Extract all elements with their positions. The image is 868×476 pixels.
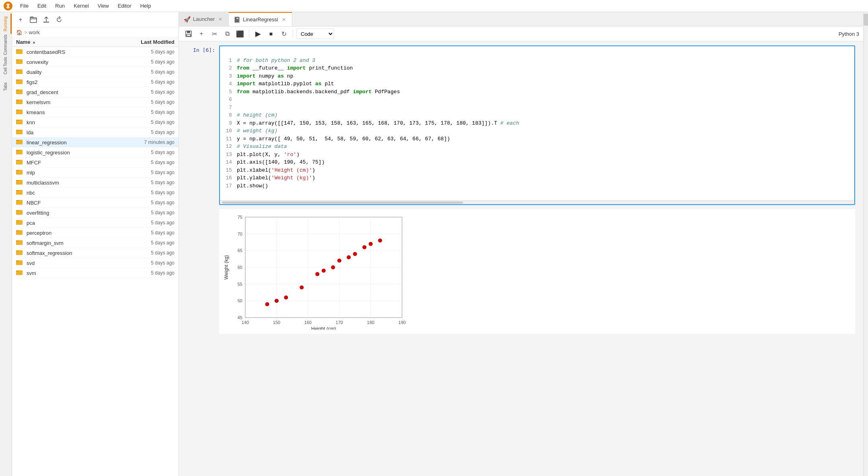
toolbar-separator: [249, 30, 249, 38]
code-area[interactable]: 1# for both python 2 and 3 2from __futur…: [219, 45, 855, 205]
list-item[interactable]: multiclasssvm 5 days ago: [12, 178, 179, 188]
menu-view[interactable]: View: [94, 2, 113, 10]
list-item[interactable]: overfitting 5 days ago: [12, 208, 179, 218]
menu-edit[interactable]: Edit: [33, 2, 50, 10]
new-item-button[interactable]: +: [15, 14, 26, 25]
list-item[interactable]: kernelsvm 5 days ago: [12, 97, 179, 107]
file-modified: 5 days ago: [122, 59, 174, 65]
folder-icon: [16, 68, 23, 76]
svg-text:Height (cm): Height (cm): [311, 326, 336, 330]
folder-icon: [16, 219, 23, 226]
list-item[interactable]: convexity 5 days ago: [12, 57, 179, 67]
plot-body: 45 50 55 60 65 70 75 140 150 160 170: [219, 209, 855, 334]
sidebar-item-celltools[interactable]: Cell Tools: [0, 55, 12, 76]
svg-text:50: 50: [238, 298, 242, 303]
menu-help[interactable]: Help: [136, 2, 155, 10]
stop-button[interactable]: ■: [265, 28, 277, 39]
menu-editor[interactable]: Editor: [114, 2, 135, 10]
file-name: figs2: [27, 79, 122, 85]
svg-point-87: [331, 265, 335, 269]
file-toolbar: +: [12, 12, 179, 28]
list-item[interactable]: contentbasedRS 5 days ago: [12, 47, 179, 57]
tab-linearregressi[interactable]: 📓 LinearRegressi ✕: [229, 12, 292, 26]
file-modified: 5 days ago: [122, 190, 174, 195]
tab-icon: 🚀: [184, 16, 191, 23]
notebook-content[interactable]: In [6]: 1# for both python 2 and 3 2from…: [179, 41, 863, 476]
list-item[interactable]: logistic_regression 5 days ago: [12, 148, 179, 158]
paste-button[interactable]: ⬛: [234, 28, 246, 39]
copy-button[interactable]: ⧉: [222, 28, 233, 39]
file-name: knn: [27, 119, 122, 125]
list-item[interactable]: lda 5 days ago: [12, 127, 179, 137]
folder-icon: [16, 259, 23, 267]
file-modified: 5 days ago: [122, 129, 174, 135]
file-modified: 5 days ago: [122, 250, 174, 256]
save-button[interactable]: [183, 28, 194, 39]
folder-icon: [30, 16, 37, 23]
tab-close-button[interactable]: ✕: [281, 16, 287, 23]
list-item[interactable]: nbc 5 days ago: [12, 188, 179, 198]
file-modified: 5 days ago: [122, 200, 174, 205]
upload-button[interactable]: [41, 14, 51, 25]
file-modified: 5 days ago: [122, 260, 174, 266]
cut-button[interactable]: ✂: [209, 28, 220, 39]
list-item[interactable]: svd 5 days ago: [12, 258, 179, 268]
menubar: File Edit Run Kernel View Editor Help: [0, 0, 868, 12]
file-browser: + 🏠: [12, 12, 179, 476]
code-content[interactable]: 1# for both python 2 and 3 2from __futur…: [220, 46, 854, 200]
restart-button[interactable]: ↻: [278, 28, 289, 39]
menu-file[interactable]: File: [16, 2, 33, 10]
scrollbar-thumb[interactable]: [864, 14, 868, 26]
list-item[interactable]: knn 5 days ago: [12, 117, 179, 127]
file-name: grad_descent: [27, 89, 122, 95]
cell-scrollbar-thumb[interactable]: [222, 201, 463, 204]
file-name: kernelsvm: [27, 99, 122, 105]
new-folder-button[interactable]: [28, 14, 39, 25]
menu-run[interactable]: Run: [51, 2, 69, 10]
add-cell-button[interactable]: +: [196, 28, 207, 39]
sidebar-item-tabs[interactable]: Tabs: [0, 76, 12, 96]
file-name: duality: [27, 69, 122, 75]
list-item[interactable]: figs2 5 days ago: [12, 77, 179, 87]
list-item[interactable]: linear_regression 7 minutes ago: [12, 137, 179, 148]
notebook-scrollbar[interactable]: [863, 12, 868, 476]
file-name: svm: [27, 270, 122, 276]
tab-launcher[interactable]: 🚀 Launcher ✕: [179, 12, 229, 26]
file-name: kmeans: [27, 109, 122, 115]
sidebar-item-commands[interactable]: Commands: [0, 35, 12, 55]
file-name: multiclasssvm: [27, 180, 122, 186]
svg-point-93: [378, 238, 382, 242]
plot-marker: [187, 209, 219, 334]
svg-text:180: 180: [367, 320, 374, 325]
svg-point-1: [7, 5, 9, 7]
file-modified: 5 days ago: [122, 89, 174, 95]
list-item[interactable]: NBCF 5 days ago: [12, 198, 179, 208]
main-layout: Running Commands Cell Tools Tabs +: [0, 12, 868, 476]
run-button[interactable]: ▶: [252, 28, 264, 39]
list-item[interactable]: softmax_regression 5 days ago: [12, 248, 179, 258]
list-item[interactable]: kmeans 5 days ago: [12, 107, 179, 117]
list-item[interactable]: perceptron 5 days ago: [12, 228, 179, 238]
cell-body[interactable]: 1# for both python 2 and 3 2from __futur…: [219, 45, 855, 205]
list-item[interactable]: MFCF 5 days ago: [12, 158, 179, 168]
list-item[interactable]: grad_descent 5 days ago: [12, 87, 179, 97]
col-modified-header[interactable]: Last Modified: [122, 39, 174, 45]
folder-icon: [16, 149, 23, 156]
menu-kernel[interactable]: Kernel: [70, 2, 93, 10]
cell-type-select[interactable]: Code Markdown Raw: [296, 29, 334, 39]
sidebar-item-running[interactable]: Running: [0, 14, 12, 34]
refresh-button[interactable]: [54, 14, 64, 25]
col-name-header[interactable]: Name ▲: [16, 39, 122, 45]
svg-point-88: [337, 259, 341, 263]
breadcrumb-work[interactable]: work: [29, 29, 40, 35]
list-item[interactable]: pca 5 days ago: [12, 218, 179, 228]
list-item[interactable]: softmargin_svm 5 days ago: [12, 238, 179, 248]
svg-point-92: [369, 242, 373, 246]
list-item[interactable]: duality 5 days ago: [12, 67, 179, 77]
tab-close-button[interactable]: ✕: [217, 16, 224, 23]
file-name: svd: [27, 260, 122, 266]
cell-scrollbar[interactable]: [220, 200, 854, 204]
list-item[interactable]: svm 5 days ago: [12, 268, 179, 278]
home-icon[interactable]: 🏠: [16, 29, 23, 35]
list-item[interactable]: mlp 5 days ago: [12, 168, 179, 178]
